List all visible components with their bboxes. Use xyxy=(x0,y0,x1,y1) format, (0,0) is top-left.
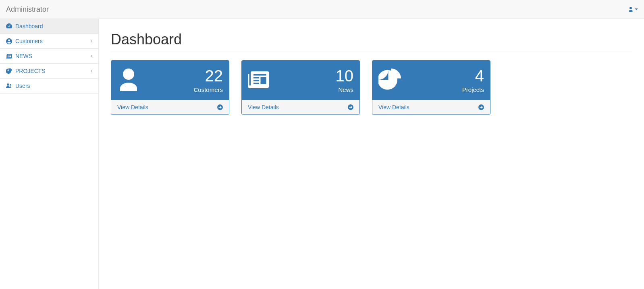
card-value: 10 xyxy=(336,68,354,84)
sidebar-item-label: Users xyxy=(15,83,92,89)
card-label: Customers xyxy=(193,86,223,93)
sidebar-item-label: Dashboard xyxy=(15,23,92,29)
card-news: 10 News View Details xyxy=(241,60,360,115)
view-details-link[interactable]: View Details xyxy=(372,100,490,114)
view-details-label: View Details xyxy=(378,104,409,110)
arrow-circle-right-icon xyxy=(217,104,223,110)
card-projects: 4 Projects View Details xyxy=(372,60,490,115)
sidebar-item-label: Customers xyxy=(15,38,87,44)
newspaper-icon xyxy=(6,53,12,59)
brand-title[interactable]: Administrator xyxy=(6,5,49,14)
summary-cards-row: 22 Customers View Details 10 News xyxy=(111,60,632,115)
card-label: Projects xyxy=(462,86,484,93)
chevron-left-icon: ‹ xyxy=(91,53,92,59)
pie-chart-icon xyxy=(6,68,12,74)
users-icon xyxy=(6,83,12,89)
chevron-left-icon: ‹ xyxy=(91,68,92,74)
sidebar-item-dashboard[interactable]: Dashboard xyxy=(0,19,98,34)
caret-down-icon xyxy=(635,8,638,10)
view-details-link[interactable]: View Details xyxy=(111,100,229,114)
arrow-circle-right-icon xyxy=(348,104,353,110)
view-details-link[interactable]: View Details xyxy=(242,100,359,114)
card-customers: 22 Customers View Details xyxy=(111,60,229,115)
arrow-circle-right-icon xyxy=(478,104,484,110)
card-value: 22 xyxy=(193,68,223,84)
sidebar-item-label: NEWS xyxy=(15,53,87,59)
sidebar-item-news[interactable]: NEWS ‹ xyxy=(0,49,98,64)
sidebar-item-customers[interactable]: Customers ‹ xyxy=(0,34,98,49)
page-title: Dashboard xyxy=(111,31,632,52)
top-navbar: Administrator xyxy=(0,0,644,19)
view-details-label: View Details xyxy=(248,104,279,110)
chevron-left-icon: ‹ xyxy=(91,38,92,44)
user-menu-toggle[interactable] xyxy=(628,7,638,12)
view-details-label: View Details xyxy=(117,104,148,110)
sidebar-item-projects[interactable]: PROJECTS ‹ xyxy=(0,64,98,79)
newspaper-icon xyxy=(248,69,270,92)
user-icon xyxy=(628,7,633,12)
sidebar: Dashboard Customers ‹ NEWS ‹ PROJECTS ‹ … xyxy=(0,19,99,289)
card-value: 4 xyxy=(462,68,484,84)
card-label: News xyxy=(336,86,354,93)
sidebar-item-users[interactable]: Users xyxy=(0,79,98,94)
pie-chart-icon xyxy=(378,69,401,92)
user-icon xyxy=(117,69,140,92)
sidebar-item-label: PROJECTS xyxy=(15,68,87,74)
user-circle-icon xyxy=(6,38,12,44)
main-content: Dashboard 22 Customers View Details xyxy=(99,19,644,289)
dashboard-icon xyxy=(6,23,12,29)
